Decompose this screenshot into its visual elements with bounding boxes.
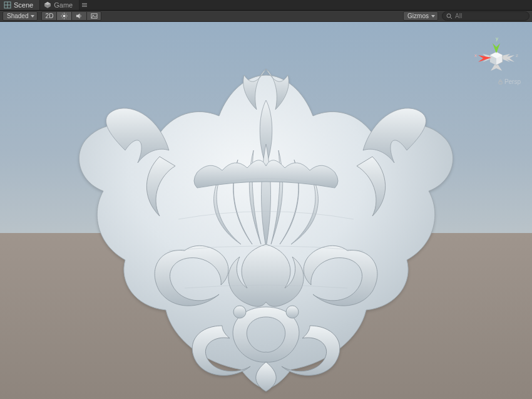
svg-point-8 [63, 14, 66, 17]
shading-mode-dropdown[interactable]: Shaded [3, 11, 38, 21]
svg-rect-33 [499, 81, 502, 84]
svg-marker-30 [493, 43, 500, 53]
scene-icon [4, 1, 11, 9]
svg-line-15 [63, 18, 63, 18]
svg-marker-17 [76, 13, 80, 18]
tab-game[interactable]: Game [40, 0, 79, 10]
search-input[interactable] [455, 13, 525, 19]
unity-icon [44, 1, 51, 9]
gizmos-dropdown[interactable]: Gizmos [403, 11, 438, 21]
svg-point-20 [447, 14, 451, 18]
axis-x-label: x [474, 53, 477, 58]
sun-icon [61, 13, 68, 19]
tab-label: Game [54, 1, 73, 9]
svg-rect-7 [82, 6, 87, 7]
shading-mode-value: Shaded [7, 13, 28, 19]
tab-menu-button[interactable] [79, 0, 90, 10]
lock-icon [498, 79, 503, 85]
scene-toolbar: Shaded 2D [0, 11, 532, 22]
svg-rect-6 [82, 4, 87, 5]
axis-z-label: z [516, 53, 518, 58]
svg-line-21 [450, 17, 452, 19]
mode-2d-label: 2D [46, 13, 54, 19]
gizmos-label: Gizmos [407, 13, 429, 19]
svg-line-16 [66, 14, 66, 14]
tab-strip: Scene Game [0, 0, 532, 11]
image-icon [91, 13, 98, 19]
search-field[interactable] [442, 11, 529, 21]
fx-toggle[interactable] [86, 11, 101, 21]
search-icon [446, 13, 453, 19]
audio-toggle[interactable] [71, 11, 86, 21]
projection-label: Persp [504, 78, 521, 85]
svg-line-14 [66, 18, 66, 18]
svg-rect-5 [82, 3, 87, 4]
projection-mode[interactable]: Persp [498, 78, 521, 85]
tab-label: Scene [14, 1, 33, 9]
axis-y-label: y [496, 36, 498, 41]
orientation-gizmo[interactable]: y x z Persp [472, 34, 521, 91]
speaker-icon [76, 13, 83, 19]
svg-line-13 [63, 14, 63, 14]
ground-plane [0, 233, 532, 399]
lighting-toggle[interactable] [56, 11, 71, 21]
tab-scene[interactable]: Scene [0, 0, 40, 10]
mode-2d-toggle[interactable]: 2D [41, 11, 56, 21]
scene-viewport[interactable]: y x z Persp [0, 22, 532, 399]
